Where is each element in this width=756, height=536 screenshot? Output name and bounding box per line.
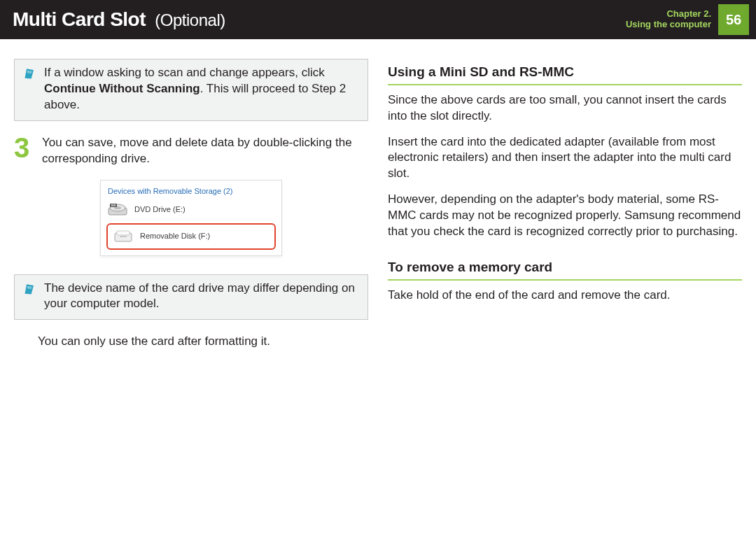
svg-text:DVD: DVD — [111, 204, 116, 207]
device-row-dvd: DVD DVD Drive (E:) — [101, 199, 281, 220]
section-heading-remove-card: To remove a memory card — [388, 258, 742, 281]
title-main: Multi Card Slot — [13, 8, 146, 30]
note-text-2: The device name of the card drive may di… — [44, 281, 359, 313]
note-box-2: The device name of the card drive may di… — [14, 274, 368, 320]
page-body: If a window asking to scan and change ap… — [0, 39, 756, 350]
page-title: Multi Card Slot (Optional) — [13, 6, 225, 33]
title-subtitle: (Optional) — [155, 10, 225, 29]
svg-rect-7 — [120, 236, 127, 237]
after-note-text: You can only use the card after formatti… — [14, 334, 368, 350]
right-column: Using a Mini SD and RS-MMC Since the abo… — [388, 59, 742, 350]
note-icon — [23, 282, 37, 296]
device-label-dvd: DVD Drive (E:) — [134, 204, 186, 215]
devices-panel: Devices with Removable Storage (2) DVD D… — [100, 180, 282, 256]
header-right: Chapter 2. Using the computer 56 — [626, 0, 756, 39]
removable-disk-icon — [113, 229, 133, 244]
left-column: If a window asking to scan and change ap… — [14, 59, 368, 350]
chapter-line-1: Chapter 2. — [626, 9, 711, 20]
step-3: 3 You can save, move and delete data by … — [14, 135, 368, 167]
section-heading-mini-sd: Using a Mini SD and RS-MMC — [388, 63, 742, 85]
page-header: Multi Card Slot (Optional) Chapter 2. Us… — [0, 0, 756, 39]
paragraph: However, depending on the adapter's body… — [388, 192, 742, 240]
step-text: You can save, move and delete data by do… — [42, 135, 368, 167]
step-number: 3 — [14, 135, 32, 167]
chapter-label: Chapter 2. Using the computer — [626, 9, 718, 30]
note-box-1: If a window asking to scan and change ap… — [14, 59, 368, 121]
note-text-1: If a window asking to scan and change ap… — [44, 65, 359, 113]
devices-illustration: Devices with Removable Storage (2) DVD D… — [100, 180, 282, 256]
svg-rect-6 — [117, 231, 130, 235]
dvd-drive-icon: DVD — [108, 202, 127, 218]
chapter-line-2: Using the computer — [626, 20, 711, 30]
page-number-badge: 56 — [718, 4, 749, 35]
device-label-removable: Removable Disk (F:) — [140, 231, 210, 241]
paragraph: Take hold of the end of the card and rem… — [388, 288, 742, 304]
note-icon — [23, 66, 37, 80]
paragraph: Insert the card into the dedicated adapt… — [388, 134, 742, 183]
devices-heading: Devices with Removable Storage (2) — [101, 185, 281, 199]
paragraph: Since the above cards are too small, you… — [388, 92, 742, 125]
device-row-removable: Removable Disk (F:) — [106, 223, 276, 250]
